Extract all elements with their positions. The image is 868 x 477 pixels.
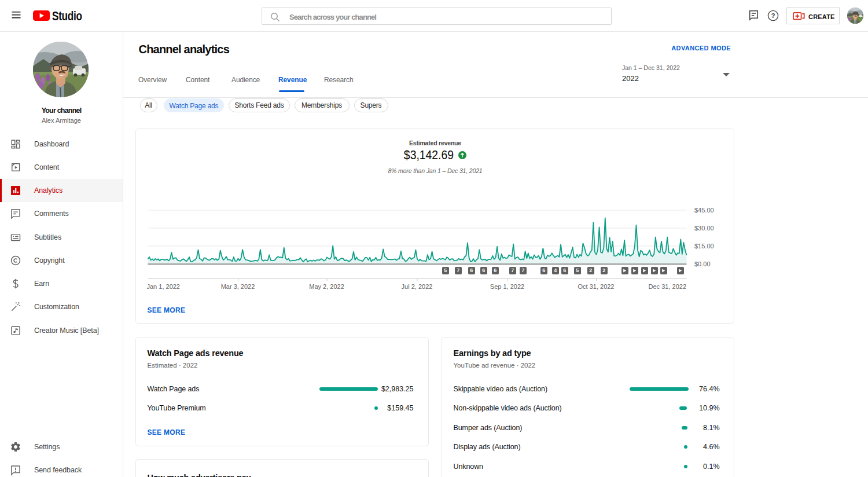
svg-text:?: ? <box>771 12 775 19</box>
